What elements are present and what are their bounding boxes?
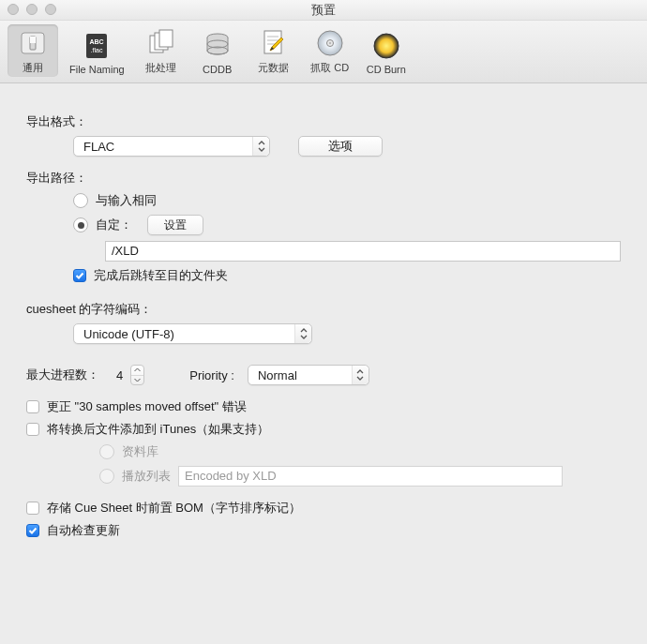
svg-point-18: [328, 42, 331, 45]
tab-batch[interactable]: 批处理: [136, 24, 187, 77]
output-format-label: 导出格式：: [26, 113, 621, 130]
tab-cddb[interactable]: CDDB: [192, 27, 243, 77]
window-controls: [8, 4, 56, 15]
add-itunes-checkbox[interactable]: 将转换后文件添加到 iTunes（如果支持）: [26, 421, 269, 438]
custom-path-radio[interactable]: 自定：: [73, 217, 132, 233]
tab-metadata[interactable]: 元数据: [248, 24, 299, 77]
priority-select[interactable]: Normal: [248, 365, 369, 385]
stepper-down-icon: [131, 376, 143, 385]
output-format-select[interactable]: FLAC: [73, 136, 270, 157]
cuesheet-encoding-label: cuesheet 的字符编码：: [26, 301, 621, 318]
chevron-updown-icon: [252, 137, 269, 156]
fix-offset-checkbox[interactable]: 更正 "30 samples moved offset" 错误: [26, 398, 247, 415]
max-threads-label: 最大进程数：: [26, 367, 99, 383]
toolbar: 通用 ABC.flac File Naming 批处理 CDDB: [0, 21, 647, 83]
cd-icon: [315, 28, 345, 58]
options-button[interactable]: 选项: [298, 136, 383, 157]
auto-update-checkbox[interactable]: 自动检查更新: [26, 522, 120, 539]
content-area: 导出格式： FLAC 选项 导出路径： 与输入相同 自定： 设置 /XLD: [0, 83, 647, 563]
switch-icon: [18, 28, 48, 58]
library-radio: 资料库: [99, 443, 158, 460]
tab-cd-burn[interactable]: CD Burn: [361, 27, 412, 77]
svg-rect-8: [159, 30, 173, 47]
max-threads-value: 4: [116, 368, 123, 382]
playlist-radio: 播放列表: [99, 468, 171, 485]
chevron-updown-icon: [352, 366, 369, 384]
set-path-button[interactable]: 设置: [147, 215, 203, 235]
svg-text:ABC: ABC: [90, 38, 104, 45]
playlist-name-field: Encoded by XLD: [178, 466, 563, 487]
same-as-input-radio[interactable]: 与输入相同: [73, 192, 157, 209]
open-after-checkbox[interactable]: 完成后跳转至目的文件夹: [73, 267, 228, 284]
zoom-traffic-light[interactable]: [45, 4, 56, 15]
threads-stepper[interactable]: [130, 365, 144, 385]
edit-document-icon: [259, 28, 289, 58]
output-format-value: FLAC: [83, 140, 114, 154]
window-title: 预置: [311, 2, 336, 19]
cuesheet-encoding-select[interactable]: Unicode (UTF-8): [73, 323, 312, 344]
burn-icon: [371, 31, 401, 61]
cuesheet-encoding-value: Unicode (UTF-8): [83, 327, 174, 341]
title-bar: 预置: [0, 0, 647, 21]
svg-text:.flac: .flac: [91, 47, 103, 53]
close-traffic-light[interactable]: [8, 4, 19, 15]
tab-file-naming[interactable]: ABC.flac File Naming: [64, 27, 130, 77]
svg-rect-2: [30, 37, 36, 43]
database-icon: [203, 31, 233, 61]
priority-value: Normal: [258, 368, 297, 382]
documents-icon: [146, 28, 176, 58]
stepper-up-icon: [131, 366, 143, 376]
tab-general[interactable]: 通用: [8, 24, 58, 77]
custom-path-field[interactable]: /XLD: [105, 241, 621, 262]
priority-label: Priority :: [189, 368, 234, 382]
minimize-traffic-light[interactable]: [26, 4, 38, 15]
flac-file-icon: ABC.flac: [82, 31, 112, 61]
output-path-label: 导出路径：: [26, 170, 621, 187]
chevron-updown-icon: [294, 324, 311, 343]
bom-checkbox[interactable]: 存储 Cue Sheet 时前置 BOM（字节排序标记）: [26, 500, 301, 517]
tab-rip-cd[interactable]: 抓取 CD: [305, 24, 355, 77]
svg-rect-3: [86, 34, 107, 58]
